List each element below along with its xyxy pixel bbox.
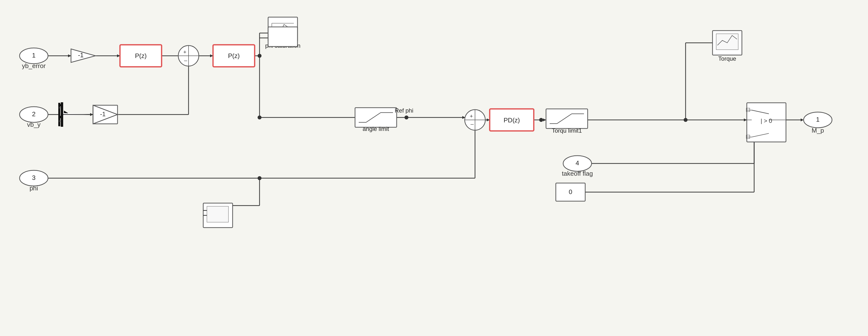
ref-phi-label: Ref phi <box>395 107 413 114</box>
angle-limit-block[interactable] <box>355 108 397 127</box>
pz2-label: P(z) <box>228 52 240 60</box>
in3-sublabel: phi <box>30 184 38 192</box>
torque-scope-inner <box>716 34 738 50</box>
switch-label: | > 0 <box>761 117 772 124</box>
const0-label: 0 <box>569 188 572 196</box>
phi-sat-scope-lower[interactable] <box>268 27 298 46</box>
in2-label: 2 <box>32 110 35 118</box>
angle-limit-label: angle limit <box>363 126 389 132</box>
pz1-label: P(z) <box>135 52 147 60</box>
sum1-plus: + <box>183 49 187 55</box>
out1-label: 1 <box>816 116 819 123</box>
out1-sublabel: M_p <box>812 127 824 134</box>
in4-label: 4 <box>576 159 579 167</box>
mux-bar <box>61 102 63 127</box>
svg-point-15 <box>257 115 261 120</box>
in1-sublabel: yb_error <box>22 62 46 69</box>
simulink-diagram: 1 yb_error 2 vb_y 3 phi -1 -1 P(z) + _ P… <box>0 0 868 336</box>
scope-phi-inner <box>207 206 228 222</box>
svg-point-27 <box>539 118 543 122</box>
torqu-limit1-block[interactable] <box>546 109 588 129</box>
sum2-minus: _ <box>470 119 474 125</box>
sum2-plus: + <box>470 113 473 119</box>
in2-sublabel: vb_y <box>27 121 41 128</box>
svg-point-14 <box>257 54 261 58</box>
pdz-label: PD(z) <box>504 116 520 124</box>
gain1-label: -1 <box>78 52 84 59</box>
torqu-limit1-label: Torqu limit1 <box>552 127 582 134</box>
svg-point-53 <box>404 115 408 120</box>
in3-label: 3 <box>32 174 35 181</box>
gain2-text: -1 <box>100 110 105 118</box>
torque-scope-label: Torque <box>718 55 736 62</box>
in4-sublabel: takeoff flag <box>562 170 593 177</box>
in1-label: 1 <box>32 52 35 59</box>
